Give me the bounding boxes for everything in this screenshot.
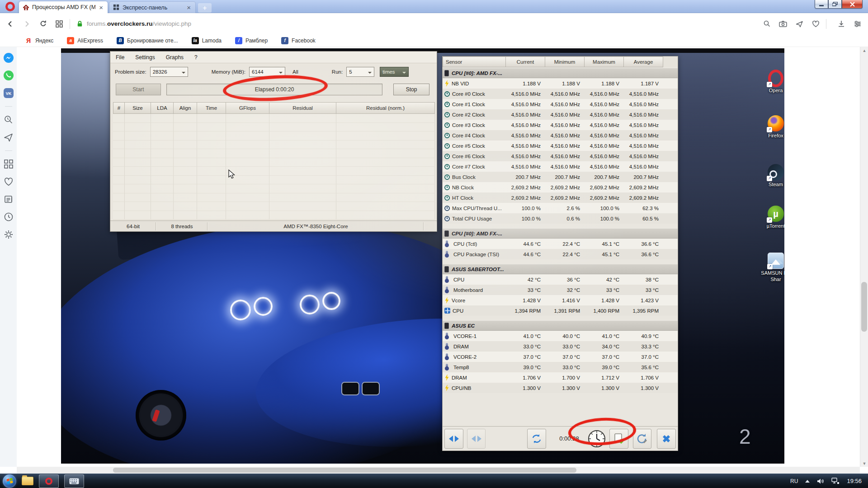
hwinfo-sensor-panel[interactable]: SensorCurrentMinimumMaximumAverage CPU [… (442, 56, 678, 451)
taskbar-keyboard-button[interactable] (64, 474, 84, 488)
minimize-button[interactable] (815, 0, 828, 9)
scroll-up-icon[interactable]: ▲ (860, 47, 868, 54)
sensor-row: Temp839.0 °C33.0 °C39.0 °C35.6 °C (443, 362, 678, 372)
bookmark-item[interactable]: ЯЯндекс (25, 37, 53, 44)
speed-dial-icon[interactable] (3, 159, 14, 169)
linx-empty-cell (113, 131, 125, 141)
sensor-row: Vcore1.428 V1.416 V1.428 V1.423 V (443, 295, 678, 305)
sensor-value: 4,516.0 MHz (624, 102, 663, 107)
lock-icon[interactable] (76, 20, 83, 27)
speaker-icon[interactable] (817, 478, 824, 484)
desktop-icon-samsung[interactable]: ↗SAMSUN PC Shar (759, 253, 784, 283)
sensor-value: 22.4 °C (545, 252, 585, 257)
desktop-icon-opera[interactable]: ↗Opera (759, 70, 784, 94)
stop-button[interactable]: Stop (393, 84, 429, 95)
new-tab-button[interactable]: + (198, 3, 212, 13)
sensor-value: 4,516.0 MHz (585, 154, 624, 159)
taskbar-clock[interactable]: 19:56 (847, 478, 862, 484)
sensor-value: 1.188 V (506, 81, 545, 86)
linx-empty-cell (197, 141, 226, 150)
vertical-scroll-thumb[interactable] (861, 282, 867, 332)
sensor-value: 200.7 MHz (624, 174, 663, 180)
desktop-icon-utorrent[interactable]: ↗µTorrent (759, 206, 784, 230)
usage-icon (444, 216, 450, 221)
linx-column-header: Residual (269, 102, 336, 114)
whatsapp-icon[interactable] (3, 70, 14, 81)
start-button[interactable]: Start (116, 84, 161, 95)
sensor-group-header: CPU [#0]: AMD FX-... (443, 68, 678, 78)
tab-close-icon[interactable]: × (186, 4, 192, 11)
sensor-value: 0.6 % (545, 216, 585, 221)
linx-empty-cell (197, 176, 226, 185)
times-select[interactable]: times (380, 67, 409, 77)
messenger-icon[interactable] (3, 52, 14, 63)
sensor-name-cell: NB Clock (443, 185, 506, 190)
hw-prev-next-button[interactable] (444, 429, 463, 449)
bookmarks-icon[interactable] (3, 176, 14, 187)
news-icon[interactable] (3, 194, 14, 205)
problem-size-select[interactable]: 28326 (150, 67, 188, 77)
settings-icon[interactable] (3, 229, 14, 240)
tab-forum[interactable]: Процессоры AMD FX (Ми × (19, 1, 108, 13)
status-arch: 64-bit (111, 222, 156, 230)
search-icon[interactable] (3, 114, 14, 125)
video-frame[interactable]: FileSettingsGraphs? Problem size: 28326 … (61, 48, 784, 464)
taskbar-explorer-button[interactable] (22, 474, 33, 488)
sensor-value: 36 °C (545, 277, 585, 282)
sensor-value: 4,516.0 MHz (506, 91, 545, 97)
network-icon[interactable] (831, 478, 840, 484)
bookmark-item[interactable]: fFacebook (281, 37, 316, 44)
яндекс-favicon-icon: Я (25, 37, 32, 44)
speed-dial-toolbar-icon[interactable] (53, 18, 65, 30)
tab-speed-dial[interactable]: Экспресс-панель × (109, 1, 196, 13)
close-button[interactable] (842, 0, 863, 9)
bookmark-item[interactable]: aAliExpress (67, 37, 103, 44)
sensor-value: 200.7 MHz (545, 174, 585, 180)
snapshot-camera-icon[interactable] (777, 18, 789, 30)
sensor-group: CPU [#0]: AMD FX-...CPU (Tctl)44.6 °C22.… (443, 228, 678, 259)
desktop-icon-steam[interactable]: ↗Steam (759, 164, 784, 188)
start-button[interactable] (3, 474, 16, 488)
menu-file[interactable]: File (116, 54, 124, 61)
hw-sync-button[interactable] (527, 429, 546, 449)
tab-close-icon[interactable]: × (98, 4, 104, 11)
back-icon[interactable] (5, 18, 16, 30)
bookmark-heart-icon[interactable] (810, 18, 821, 30)
tune-settings-icon[interactable] (852, 18, 863, 30)
menu-settings[interactable]: Settings (135, 54, 155, 61)
taskbar-opera-button[interactable] (39, 474, 59, 488)
headlight-halo (322, 292, 340, 310)
maximize-button[interactable] (828, 0, 842, 9)
vertical-scrollbar[interactable]: ▲ ▼ (860, 47, 868, 467)
address-bar[interactable]: forums.overclockers.ru/viewtopic.php (76, 20, 756, 27)
language-indicator[interactable]: RU (790, 478, 798, 484)
menu-graphs[interactable]: Graphs (166, 54, 184, 61)
desktop-icon-firefox[interactable]: ↗Firefox (759, 115, 784, 139)
horizontal-scrollbar[interactable] (17, 467, 860, 474)
scroll-down-icon[interactable]: ▼ (860, 460, 868, 467)
bookmark-item[interactable]: /Рамблер (235, 37, 268, 44)
sensor-row: Core #1 Clock4,516.0 MHz4,516.0 MHz4,516… (443, 99, 678, 109)
search-page-icon[interactable] (761, 18, 773, 30)
status-resize-grip (425, 222, 436, 230)
forward-icon[interactable] (21, 18, 33, 30)
reload-icon[interactable] (37, 18, 49, 30)
history-icon[interactable] (3, 211, 14, 222)
linx-column-header: Align (174, 102, 197, 114)
menu-help[interactable]: ? (194, 54, 198, 61)
my-flow-icon[interactable] (3, 132, 14, 143)
temp-icon (446, 364, 448, 370)
sensor-value: 1.706 V (624, 375, 663, 380)
bookmark-item[interactable]: BБронирование оте... (117, 37, 178, 44)
tray-expand-icon[interactable] (805, 480, 810, 483)
vk-icon[interactable]: VK (3, 88, 14, 99)
linx-empty-cell (226, 123, 269, 132)
horizontal-scroll-thumb[interactable] (113, 468, 576, 473)
bookmark-item[interactable]: laLamoda (192, 37, 222, 44)
run-select[interactable]: 5 (346, 67, 374, 77)
my-flow-send-icon[interactable] (793, 18, 805, 30)
linx-empty-cell (113, 211, 125, 220)
hw-close-button[interactable] (657, 429, 676, 449)
downloads-icon[interactable] (835, 18, 847, 30)
sensor-value: 33.0 °C (506, 344, 545, 349)
